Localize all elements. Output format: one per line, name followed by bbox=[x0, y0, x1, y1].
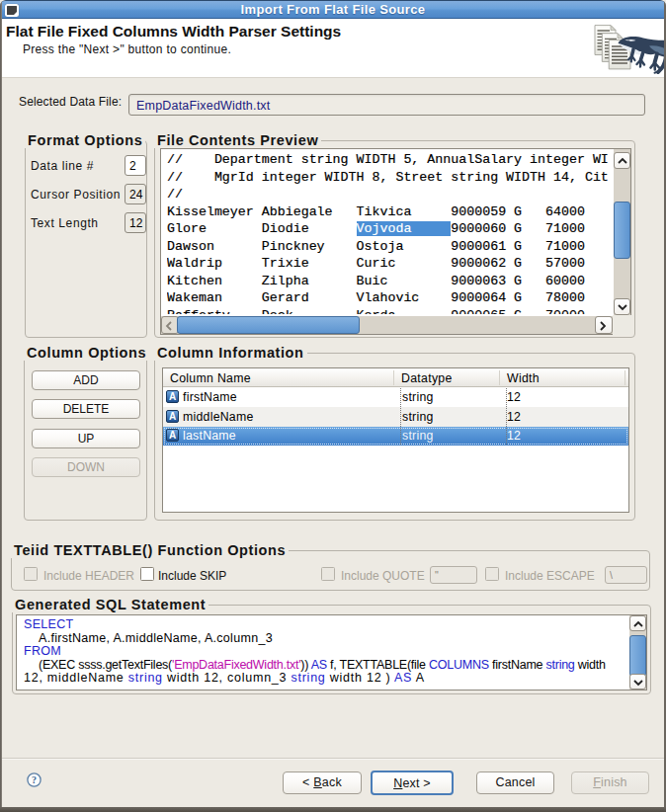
svg-text:?: ? bbox=[32, 774, 37, 785]
